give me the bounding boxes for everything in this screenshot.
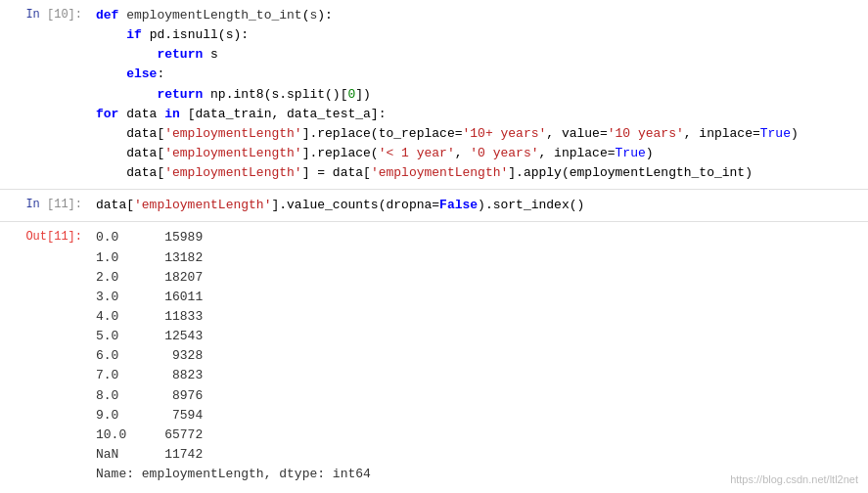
cell-10-code[interactable]: def employmentLength_to_int(s): if pd.is… <box>88 0 868 189</box>
notebook: In [10]: def employmentLength_to_int(s):… <box>0 0 868 493</box>
cell-10: In [10]: def employmentLength_to_int(s):… <box>0 0 868 190</box>
cell-out11-output: 0.0 15989 1.0 13182 2.0 18207 3.0 16011 … <box>88 222 868 493</box>
cell-11-code[interactable]: data['employmentLength'].value_counts(dr… <box>88 190 868 221</box>
cell-11-label: In [11]: <box>0 190 88 221</box>
cell-out11: Out[11]: 0.0 15989 1.0 13182 2.0 18207 3… <box>0 222 868 493</box>
watermark: https://blog.csdn.net/ltl2net <box>730 473 858 485</box>
cell-11: In [11]: data['employmentLength'].value_… <box>0 190 868 222</box>
cell-out11-label: Out[11]: <box>0 222 88 493</box>
cell-10-label: In [10]: <box>0 0 88 189</box>
